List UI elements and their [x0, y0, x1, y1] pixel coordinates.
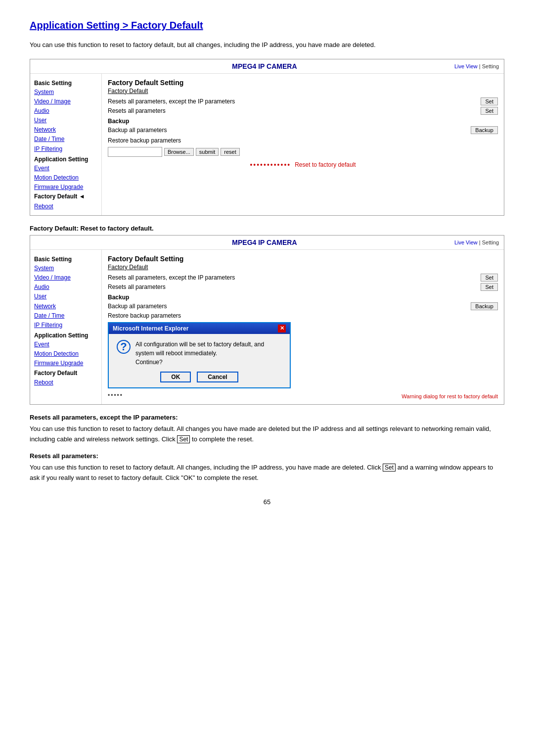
backup-label-1: Backup all parameters [108, 127, 167, 134]
main-content-1: Factory Default Setting Factory Default … [102, 74, 504, 215]
row-item-1: Resets all parameters, except the IP par… [108, 97, 498, 105]
dialog-close-button[interactable]: ✕ [278, 325, 286, 332]
setting-label-2: Setting [482, 239, 499, 245]
camera-frame-1: MPEG4 IP CAMERA Live View | Setting Basi… [30, 59, 504, 216]
backup-button-2[interactable]: Backup [471, 302, 498, 310]
browse-button-1[interactable]: Browse... [164, 148, 194, 156]
submit-button-1[interactable]: submit [196, 148, 219, 156]
reset-factory-row-1: •••••••••••• Reset to factory default [108, 161, 498, 169]
sidebar-item-factorydefault-1[interactable]: Factory Default ◄ [34, 192, 97, 201]
setting-label-1: Setting [482, 63, 499, 69]
sidebar-item-video-1[interactable]: Video / Image [34, 97, 97, 106]
row-item-4-label: Resets all parameters [108, 284, 166, 290]
live-view-link-2[interactable]: Live View [454, 239, 478, 245]
section-body-1: You can use this function to reset to fa… [30, 424, 504, 445]
dialog-buttons: OK Cancel [117, 372, 282, 382]
content-title-1: Factory Default Setting [108, 79, 498, 87]
dialog-box: Microsoft Internet Explorer ✕ ? All conf… [108, 322, 291, 388]
dialog-ok-button[interactable]: OK [160, 372, 191, 382]
camera-title-2: MPEG4 IP CAMERA [75, 238, 454, 246]
set-button-3[interactable]: Set [481, 274, 498, 282]
camera-header-1: MPEG4 IP CAMERA Live View | Setting [30, 59, 504, 74]
app-setting-label-1: Application Setting [34, 156, 97, 163]
sidebar-item-datetime-2[interactable]: Date / Time [34, 311, 97, 321]
camera-header-2: MPEG4 IP CAMERA Live View | Setting [30, 236, 504, 250]
row-item-2: Resets all parameters Set [108, 107, 498, 115]
section2-heading: Factory Default: Reset to factory defaul… [30, 225, 504, 232]
dialog-title-text: Microsoft Internet Explorer [113, 325, 188, 332]
sidebar-item-datetime-1[interactable]: Date / Time [34, 135, 97, 144]
sidebar-item-event-1[interactable]: Event [34, 164, 97, 173]
camera-body-1: Basic Setting System Video / Image Audio… [30, 74, 504, 215]
sidebar-item-video-2[interactable]: Video / Image [34, 273, 97, 283]
row-item-1-label: Resets all parameters, except the IP par… [108, 98, 235, 105]
camera-nav-2: Live View | Setting [454, 239, 499, 245]
sidebar-item-firmware-1[interactable]: Firmware Upgrade [34, 183, 97, 192]
camera-body-2: Basic Setting System Video / Image Audio… [30, 250, 504, 404]
set-inline-2: Set [383, 464, 396, 472]
content-title-2: Factory Default Setting [108, 255, 498, 263]
content-subtitle-1: Factory Default [108, 88, 498, 94]
warning-label: Warning dialog for rest to factory defau… [123, 393, 498, 399]
sidebar-item-ipfiltering-2[interactable]: IP Filtering [34, 321, 97, 330]
backup-header-2: Backup [108, 294, 498, 301]
sidebar-item-motion-1[interactable]: Motion Detection [34, 173, 97, 183]
restore-label-row-2: Restore backup parameters [108, 312, 498, 319]
sidebar-item-user-2[interactable]: User [34, 292, 97, 301]
live-view-link-1[interactable]: Live View [454, 63, 478, 69]
restore-label-1: Restore backup parameters [108, 137, 181, 144]
sidebar-item-event-2[interactable]: Event [34, 340, 97, 349]
warning-row: ••••• Warning dialog for rest to factory… [108, 391, 498, 399]
restore-label-2: Restore backup parameters [108, 312, 181, 319]
app-setting-label-2: Application Setting [34, 332, 97, 339]
row-item-3-label: Resets all parameters, except the IP par… [108, 274, 235, 281]
section-body-2: You can use this function to reset to fa… [30, 463, 504, 483]
dialog-titlebar: Microsoft Internet Explorer ✕ [109, 323, 290, 334]
reset-button-1[interactable]: reset [221, 148, 239, 156]
sidebar-item-user-1[interactable]: User [34, 116, 97, 125]
sidebar-item-network-2[interactable]: Network [34, 302, 97, 311]
page-number: 65 [30, 498, 504, 506]
dialog-cancel-button[interactable]: Cancel [197, 372, 238, 382]
sidebar-item-factorydefault-2[interactable]: Factory Default [34, 369, 97, 378]
reset-factory-label-1: Reset to factory default [295, 161, 356, 168]
row-item-4: Resets all parameters Set [108, 283, 498, 291]
sidebar-1: Basic Setting System Video / Image Audio… [30, 74, 102, 215]
sidebar-item-audio-1[interactable]: Audio [34, 106, 97, 116]
row-item-3: Resets all parameters, except the IP par… [108, 274, 498, 282]
sidebar-item-motion-2[interactable]: Motion Detection [34, 349, 97, 359]
basic-setting-label-1: Basic Setting [34, 80, 97, 87]
dialog-msg-row: ? All configuration will be set to facto… [117, 340, 282, 367]
dialog-msg-text: All configuration will be set to factory… [135, 340, 282, 367]
sidebar-item-firmware-2[interactable]: Firmware Upgrade [34, 359, 97, 368]
body-sections: Resets all parameters, except the IP par… [30, 414, 504, 483]
browse-input-1[interactable] [108, 147, 162, 157]
camera-title-1: MPEG4 IP CAMERA [75, 62, 454, 70]
camera-nav-1: Live View | Setting [454, 63, 499, 69]
dialog-msg-line1: All configuration will be set to factory… [135, 341, 264, 357]
sidebar-item-ipfiltering-1[interactable]: IP Filtering [34, 144, 97, 154]
sidebar-2: Basic Setting System Video / Image Audio… [30, 250, 102, 404]
sidebar-item-reboot-2[interactable]: Reboot [34, 378, 97, 387]
sidebar-item-audio-2[interactable]: Audio [34, 283, 97, 292]
content-subtitle-2: Factory Default [108, 264, 498, 271]
backup-row-2: Backup all parameters Backup [108, 302, 498, 310]
backup-header-1: Backup [108, 118, 498, 125]
intro-text: You can use this function to reset to fa… [30, 40, 504, 50]
dots-2: ••••• [108, 392, 123, 399]
sidebar-item-network-1[interactable]: Network [34, 125, 97, 135]
set-button-4[interactable]: Set [481, 283, 498, 291]
dots-1: •••••••••••• [250, 161, 291, 169]
backup-button-1[interactable]: Backup [471, 126, 498, 134]
backup-row-1: Backup all parameters Backup [108, 126, 498, 134]
dialog-info-icon: ? [117, 340, 131, 354]
restore-section-1: Restore backup parameters Browse... subm… [108, 137, 498, 157]
main-content-2: Factory Default Setting Factory Default … [102, 250, 504, 404]
row-item-2-label: Resets all parameters [108, 107, 166, 114]
set-button-1[interactable]: Set [481, 97, 498, 105]
sidebar-item-system-2[interactable]: System [34, 264, 97, 273]
sidebar-item-system-1[interactable]: System [34, 88, 97, 97]
sidebar-item-reboot-1[interactable]: Reboot [34, 202, 97, 211]
dialog-body: ? All configuration will be set to facto… [109, 334, 290, 387]
set-button-2[interactable]: Set [481, 107, 498, 115]
